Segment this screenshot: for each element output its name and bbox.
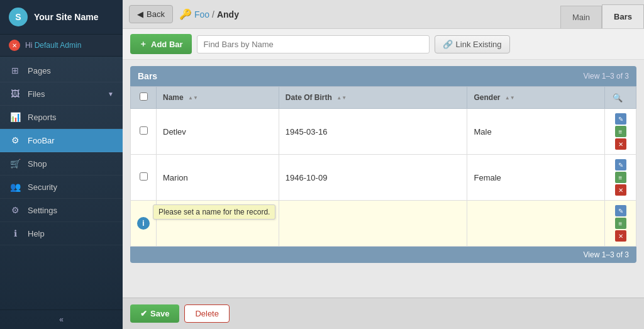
sidebar-item-reports[interactable]: 📊 Reports bbox=[0, 106, 123, 129]
cell-actions: ✎≡✕ bbox=[605, 201, 636, 247]
th-gender[interactable]: Gender ▲▼ bbox=[467, 87, 605, 109]
delete-row-icon[interactable]: ✕ bbox=[615, 184, 626, 196]
sidebar-nav: ⊞ Pages 🖼 Files ▼ 📊 Reports ⚙ FooBar 🛒 S… bbox=[0, 57, 123, 309]
search-input[interactable] bbox=[197, 35, 430, 53]
delete-row-icon[interactable]: ✕ bbox=[615, 138, 626, 150]
edit-icon[interactable]: ✎ bbox=[615, 113, 626, 125]
edit-icon[interactable]: ✎ bbox=[615, 159, 626, 170]
breadcrumb: 🔑 Foo / Andy bbox=[179, 8, 560, 20]
tab-bars[interactable]: Bars bbox=[602, 4, 644, 28]
table-count: View 1–3 of 3 bbox=[584, 72, 630, 81]
th-checkbox bbox=[131, 87, 157, 109]
power-icon[interactable]: ✕ bbox=[9, 40, 20, 51]
link-existing-label: Link Existing bbox=[456, 40, 502, 49]
sidebar-item-pages[interactable]: ⊞ Pages bbox=[0, 59, 123, 82]
cell-name: Detlev bbox=[157, 109, 279, 155]
sidebar: S Your Site Name ✕ Hi Default Admin ⊞ Pa… bbox=[0, 0, 123, 329]
sidebar-collapse-button[interactable]: « bbox=[0, 309, 123, 329]
edit-icon[interactable]: ✎ bbox=[615, 205, 626, 216]
sort-arrows-icon: ▲▼ bbox=[505, 96, 515, 101]
sidebar-item-label: Help bbox=[28, 229, 45, 238]
sidebar-item-label: FooBar bbox=[28, 136, 55, 145]
row-checkbox[interactable] bbox=[140, 126, 148, 135]
data-table: Name ▲▼ Date Of Birth ▲▼ Gender ▲▼ 🔍 bbox=[130, 86, 636, 247]
cell-name: Marion bbox=[157, 155, 279, 201]
back-label: Back bbox=[147, 9, 165, 19]
sidebar-logo[interactable]: S Your Site Name bbox=[0, 0, 123, 35]
cell-actions: ✎≡✕ bbox=[605, 109, 636, 155]
sidebar-item-label: Files bbox=[28, 89, 45, 99]
help-icon: ℹ bbox=[9, 228, 21, 238]
sidebar-item-label: Security bbox=[28, 182, 57, 192]
table-header-row: Name ▲▼ Date Of Birth ▲▼ Gender ▲▼ 🔍 bbox=[131, 87, 636, 109]
back-button[interactable]: ◀ Back bbox=[129, 5, 173, 23]
tab-bar: Main Bars bbox=[560, 0, 644, 28]
sidebar-user: ✕ Hi Default Admin bbox=[0, 35, 123, 57]
security-icon: 👥 bbox=[9, 182, 21, 192]
username: Default Admin bbox=[35, 41, 82, 50]
sidebar-item-files[interactable]: 🖼 Files ▼ bbox=[0, 82, 123, 106]
cell-dob: 1945-03-16 bbox=[279, 109, 467, 155]
table-body: Detlev1945-03-16Male✎≡✕Marion1946-10-09F… bbox=[131, 109, 636, 247]
chevron-down-icon: ▼ bbox=[108, 91, 114, 98]
breadcrumb-parent[interactable]: Foo bbox=[194, 9, 209, 20]
sidebar-item-label: Reports bbox=[28, 113, 57, 122]
sidebar-item-help[interactable]: ℹ Help bbox=[0, 222, 123, 245]
add-bar-label: Add Bar bbox=[151, 40, 183, 49]
add-bar-button[interactable]: ＋ Add Bar bbox=[130, 34, 192, 54]
delete-button[interactable]: Delete bbox=[184, 304, 230, 323]
select-all-checkbox[interactable] bbox=[140, 92, 148, 101]
sidebar-item-label: Shop bbox=[28, 159, 47, 169]
search-icon[interactable]: 🔍 bbox=[611, 91, 624, 104]
main-content: ◀ Back 🔑 Foo / Andy Main Bars ＋ Add Bar … bbox=[123, 0, 644, 329]
checkmark-icon: ✔ bbox=[140, 309, 147, 318]
cell-gender: Male bbox=[467, 109, 605, 155]
th-name[interactable]: Name ▲▼ bbox=[157, 87, 279, 109]
reports-icon: 📊 bbox=[9, 112, 21, 122]
view-icon[interactable]: ≡ bbox=[615, 218, 626, 229]
sidebar-item-security[interactable]: 👥 Security bbox=[0, 176, 123, 199]
toolbar: ＋ Add Bar 🔗 Link Existing bbox=[123, 29, 644, 60]
table-row: Marion1946-10-09Female✎≡✕ bbox=[131, 155, 636, 201]
site-name: Your Site Name bbox=[34, 12, 98, 22]
row-checkbox[interactable] bbox=[140, 172, 148, 181]
table-section: Bars View 1–3 of 3 Name ▲▼ Date Of Birth… bbox=[123, 60, 644, 298]
tab-main[interactable]: Main bbox=[560, 6, 602, 28]
link-icon: 🔗 bbox=[443, 40, 453, 49]
link-existing-button[interactable]: 🔗 Link Existing bbox=[435, 35, 510, 53]
breadcrumb-current: Andy bbox=[217, 9, 239, 20]
th-actions: 🔍 bbox=[605, 87, 636, 109]
plus-icon: ＋ bbox=[139, 38, 147, 50]
foobar-icon: ⚙ bbox=[9, 135, 21, 145]
files-icon: 🖼 bbox=[9, 89, 21, 99]
view-icon[interactable]: ≡ bbox=[615, 126, 626, 137]
sidebar-item-shop[interactable]: 🛒 Shop bbox=[0, 152, 123, 176]
cell-actions: ✎≡✕ bbox=[605, 155, 636, 201]
table-row: iPlease set a name for the record.✎≡✕ bbox=[131, 201, 636, 247]
back-arrow-icon: ◀ bbox=[137, 9, 143, 19]
sidebar-item-foobar[interactable]: ⚙ FooBar bbox=[0, 129, 123, 152]
delete-row-icon[interactable]: ✕ bbox=[615, 230, 626, 242]
table-title: Bars bbox=[138, 71, 584, 81]
th-dob[interactable]: Date Of Birth ▲▼ bbox=[279, 87, 467, 109]
view-icon[interactable]: ≡ bbox=[615, 172, 626, 183]
info-icon[interactable]: i bbox=[137, 217, 150, 230]
shop-icon: 🛒 bbox=[9, 159, 21, 169]
topbar: ◀ Back 🔑 Foo / Andy Main Bars bbox=[123, 0, 644, 29]
table-footer: View 1–3 of 3 bbox=[130, 247, 636, 263]
cell-gender: Female bbox=[467, 155, 605, 201]
logo-icon: S bbox=[9, 8, 28, 26]
bottom-bar: ✔ Save Delete bbox=[123, 298, 644, 329]
cell-gender bbox=[467, 201, 605, 247]
table-footer-count: View 1–3 of 3 bbox=[584, 250, 630, 259]
sort-arrows-icon: ▲▼ bbox=[336, 96, 347, 101]
table-row: Detlev1945-03-16Male✎≡✕ bbox=[131, 109, 636, 155]
save-button[interactable]: ✔ Save bbox=[130, 304, 179, 323]
save-label: Save bbox=[150, 309, 169, 318]
sidebar-item-settings[interactable]: ⚙ Settings bbox=[0, 199, 123, 222]
settings-icon: ⚙ bbox=[9, 205, 21, 215]
cell-dob: 1946-10-09 bbox=[279, 155, 467, 201]
sidebar-item-label: Settings bbox=[28, 206, 57, 215]
table-header: Bars View 1–3 of 3 bbox=[130, 66, 636, 86]
tooltip-bubble: Please set a name for the record. bbox=[153, 204, 275, 220]
